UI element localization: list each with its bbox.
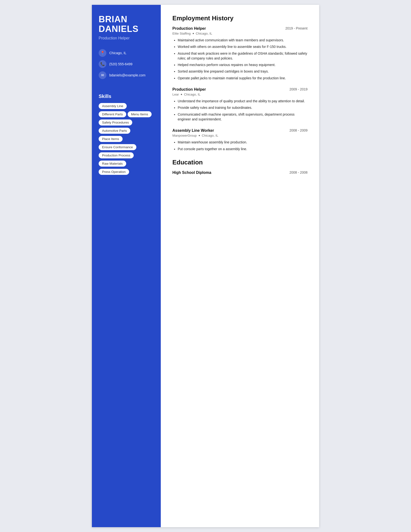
job-header: Assembly Line Worker 2008 - 2009 (172, 128, 308, 133)
skills-tags: Assembly LineDifferent PartsMenu ItemsSa… (99, 103, 154, 177)
company-location: Chicago, IL (196, 32, 212, 35)
bullet-item: Sorted assembly line prepared cartridges… (178, 69, 308, 74)
main-content: Employment History Production Helper 201… (161, 5, 319, 527)
job-title: Production Helper (172, 26, 206, 31)
job-header: Production Helper 2009 - 2019 (172, 87, 308, 92)
dot-separator (181, 94, 182, 95)
bullet-item: Maintain warehouse assembly line product… (178, 140, 308, 145)
phone-icon: 📞 (99, 60, 106, 68)
email-icon: ✉ (99, 71, 106, 79)
job-company: ManpowerGroup Chicago, IL (172, 134, 308, 137)
job-block: Production Helper 2009 - 2019 Lear Chica… (172, 87, 308, 122)
bullet-item: Worked with others on assembly line to a… (178, 44, 308, 49)
education-container: High School Diploma 2008 - 2008 (172, 171, 308, 175)
skill-tag: Press Operation (99, 169, 129, 175)
dot-separator (193, 33, 194, 34)
bullet-item: Assured that work practices were in the … (178, 51, 308, 61)
job-dates: 2019 - Present (285, 26, 308, 30)
degree-title: High School Diploma (172, 171, 211, 175)
skill-tag: Raw Materials (99, 161, 126, 167)
contact-phone: 📞 (520) 555-6499 (99, 60, 154, 68)
job-block: Assembly Line Worker 2008 - 2009 Manpowe… (172, 128, 308, 151)
bullet-item: Understand the importance of quality pro… (178, 99, 308, 104)
skill-tag: Automotive Parts (99, 128, 130, 134)
company-name: ManpowerGroup (172, 134, 197, 137)
jobs-container: Production Helper 2019 - Present Elite S… (172, 26, 308, 151)
skill-tag: Assembly Line (99, 103, 127, 109)
job-company: Lear Chicago, IL (172, 93, 308, 96)
skill-tag: Production Process (99, 152, 134, 158)
company-name: Elite Staffing (172, 32, 191, 35)
bullet-item: Operate pallet jacks to maintain materia… (178, 76, 308, 81)
contact-email: ✉ bdaniels@example.com (99, 71, 154, 79)
job-block: Production Helper 2019 - Present Elite S… (172, 26, 308, 81)
job-title: Assembly Line Worker (172, 128, 214, 133)
education-heading: Education (172, 159, 308, 166)
skill-tag: Place Items (99, 136, 122, 142)
job-header: Production Helper 2019 - Present (172, 26, 308, 31)
skill-tag: Safety Procedures (99, 119, 132, 125)
sidebar: BRIAN DANIELS Production Helper 📍 Chicag… (92, 5, 161, 527)
job-bullets: Maintained active communication with tea… (172, 38, 308, 81)
skill-tag: Menu Items (128, 111, 152, 117)
bullet-item: Communicated with machine operators, shi… (178, 112, 308, 122)
job-bullets: Maintain warehouse assembly line product… (172, 140, 308, 151)
skills-heading: Skills (99, 94, 154, 99)
bullet-item: Put console parts together on a assembly… (178, 147, 308, 151)
company-name: Lear (172, 93, 179, 96)
dot-separator (199, 135, 200, 136)
job-title: Production Helper (172, 87, 206, 92)
contact-location: 📍 Chicago, IL (99, 49, 154, 57)
bullet-item: Provide safety rules and training for su… (178, 105, 308, 110)
location-icon: 📍 (99, 49, 106, 57)
resume-container: BRIAN DANIELS Production Helper 📍 Chicag… (92, 5, 319, 527)
skills-section: Skills Assembly LineDifferent PartsMenu … (99, 94, 154, 177)
bullet-item: Maintained active communication with tea… (178, 38, 308, 43)
job-dates: 2009 - 2019 (290, 87, 308, 91)
candidate-title: Production Helper (99, 36, 154, 40)
contact-section: 📍 Chicago, IL 📞 (520) 555-6499 ✉ bdaniel… (99, 49, 154, 83)
job-dates: 2008 - 2009 (290, 128, 308, 132)
company-location: Chicago, IL (202, 134, 218, 137)
edu-dates: 2008 - 2008 (290, 171, 308, 174)
job-company: Elite Staffing Chicago, IL (172, 32, 308, 35)
job-bullets: Understand the importance of quality pro… (172, 99, 308, 122)
employment-heading: Employment History (172, 15, 308, 22)
candidate-name: BRIAN DANIELS (99, 15, 154, 34)
company-location: Chicago, IL (184, 93, 200, 96)
skill-tag: Ensure Conformance (99, 144, 136, 150)
bullet-item: Helped mechanics perform various repaire… (178, 62, 308, 67)
skill-tag: Different Parts (99, 111, 126, 117)
education-block: High School Diploma 2008 - 2008 (172, 171, 308, 175)
